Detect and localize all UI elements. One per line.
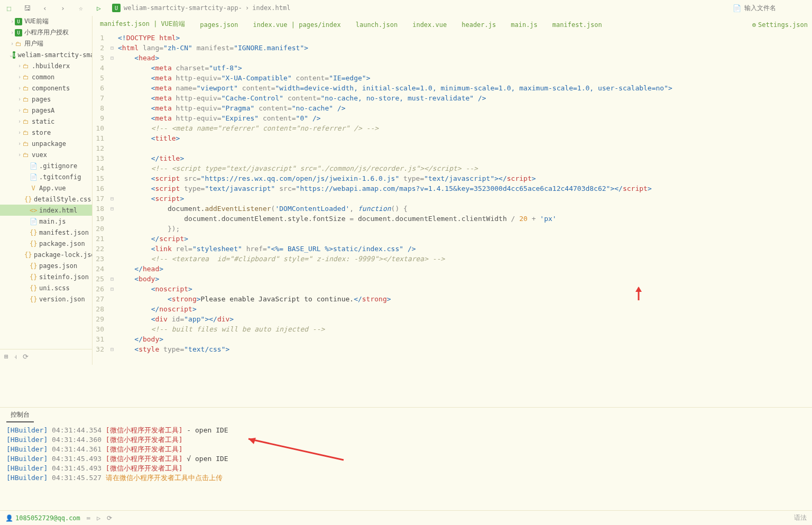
folder-item[interactable]: ›🗀pagesA (0, 105, 92, 116)
back-icon[interactable]: ‹ (40, 3, 50, 13)
editor-area: manifest.json | VUE前端pages.jsonindex.vue… (93, 16, 812, 365)
save-icon[interactable]: 🖫 (22, 3, 32, 13)
editor-tab[interactable]: pages.json (192, 18, 245, 33)
editor-tab[interactable]: launch.json (348, 18, 405, 33)
tool-icon-3[interactable]: ⟳ (23, 353, 29, 361)
project-root[interactable]: ⌄Uweliam-smartcity-smart... (0, 49, 92, 60)
file-item[interactable]: {}pages.json (0, 260, 92, 271)
folder-item[interactable]: ›🗀pages (0, 94, 92, 105)
log-line: [HBuilder] 04:31:45.527 请在微信小程序开发者工具中点击上… (6, 473, 806, 483)
console-panel: 控制台 [HBuilder] 04:31:44.354 [微信小程序开发者工具]… (0, 407, 812, 510)
breadcrumb: U weliam-smartcity-smartcity-app- › inde… (112, 4, 290, 12)
file-item[interactable]: {}package-lock.json (0, 249, 92, 260)
editor-tab[interactable]: index.vue (405, 18, 454, 33)
editor-tab[interactable]: manifest.json (545, 18, 610, 33)
breadcrumb-proj[interactable]: weliam-smartcity-smartcity-app- (124, 4, 242, 12)
editor-tab[interactable]: header.js (454, 18, 503, 33)
breadcrumb-file[interactable]: index.html (252, 4, 290, 12)
fold-gutter[interactable]: ⊟⊟⊟⊟⊟⊟⊟ (108, 33, 116, 365)
file-item[interactable]: {}uni.scss (0, 282, 92, 293)
editor-tab[interactable]: manifest.json | VUE前端 (93, 16, 192, 33)
file-item[interactable]: {}detailStyle.css (0, 194, 92, 205)
folder-item[interactable]: ›🗀.hbuilderx (0, 60, 92, 71)
toolbar: ⬚ 🖫 ‹ › ☆ ▷ U weliam-smartcity-smartcity… (0, 0, 812, 16)
file-item[interactable]: VApp.vue (0, 182, 92, 194)
import-icon[interactable]: ⬚ (4, 3, 14, 13)
user-account[interactable]: 👤 1085052729@qq.com (5, 514, 80, 522)
log-line: [HBuilder] 04:31:44.360 [微信小程序开发者工具] (6, 435, 806, 445)
search-input[interactable] (744, 4, 808, 12)
gear-icon: ⚙ (752, 21, 756, 29)
project-icon: U (112, 4, 121, 12)
code-editor[interactable]: 1234567891011121314151617181920212223242… (93, 33, 812, 365)
console-output[interactable]: [HBuilder] 04:31:44.354 [微信小程序开发者工具] - o… (0, 422, 812, 510)
syntax-label[interactable]: 语法 (794, 513, 807, 522)
log-line: [HBuilder] 04:31:44.361 [微信小程序开发者工具] (6, 445, 806, 454)
console-tab[interactable]: 控制台 (6, 408, 34, 422)
folder-item[interactable]: ›🗀vuex (0, 149, 92, 160)
editor-tab[interactable]: main.js (503, 18, 545, 33)
status-icon-3[interactable]: ⟳ (107, 514, 112, 522)
file-item[interactable]: {}version.json (0, 293, 92, 305)
file-explorer: ›UVUE前端›U小程序用户授权›🗀用户端 ⌄Uweliam-smartcity… (0, 16, 93, 365)
log-line: [HBuilder] 04:31:44.354 [微信小程序开发者工具] - o… (6, 426, 806, 435)
status-icon-1[interactable]: ≔ (87, 514, 90, 522)
user-icon: 👤 (5, 514, 13, 522)
editor-tab[interactable]: index.vue | pages/index (246, 18, 348, 33)
sidebar-toolbar: ⊞ ⫞ ⟳ (0, 349, 93, 364)
file-item[interactable]: 📄main.js (0, 216, 92, 227)
file-search[interactable]: 📄 (733, 4, 808, 12)
folder-item[interactable]: ›🗀unpackage (0, 138, 92, 149)
tool-icon-1[interactable]: ⊞ (4, 353, 8, 361)
code-body[interactable]: <!DOCTYPE html><html lang="zh-CN" manife… (116, 33, 812, 365)
line-gutter: 1234567891011121314151617181920212223242… (93, 33, 108, 365)
editor-tab[interactable]: ⚙ Settings.json (745, 18, 812, 33)
editor-tabs: manifest.json | VUE前端pages.jsonindex.vue… (93, 16, 812, 33)
star-icon[interactable]: ☆ (76, 3, 86, 13)
project-item[interactable]: ›U小程序用户授权 (0, 27, 92, 38)
forward-icon[interactable]: › (58, 3, 68, 13)
folder-item[interactable]: ›🗀common (0, 71, 92, 82)
project-item[interactable]: ›UVUE前端 (0, 16, 92, 27)
folder-item[interactable]: ›🗀store (0, 127, 92, 138)
file-item[interactable]: {}manifest.json (0, 227, 92, 238)
console-tabs: 控制台 (0, 408, 812, 422)
file-item[interactable]: <>index.html (0, 205, 92, 216)
file-item[interactable]: {}siteinfo.json (0, 271, 92, 282)
tool-icon-2[interactable]: ⫞ (14, 353, 17, 361)
file-item[interactable]: 📄.gitignore (0, 160, 92, 171)
log-line: [HBuilder] 04:31:45.493 [微信小程序开发者工具] (6, 464, 806, 473)
file-item[interactable]: {}package.json (0, 238, 92, 249)
status-icon-2[interactable]: ▷ (97, 514, 100, 522)
status-bar: 👤 1085052729@qq.com ≔ ▷ ⟳ 语法 (0, 510, 812, 525)
folder-item[interactable]: ›🗀components (0, 82, 92, 94)
file-item[interactable]: 📄.tgitconfig (0, 171, 92, 182)
breadcrumb-sep: › (245, 4, 249, 12)
play-icon[interactable]: ▷ (94, 3, 104, 13)
project-item[interactable]: ›🗀用户端 (0, 38, 92, 49)
log-line: [HBuilder] 04:31:45.493 [微信小程序开发者工具] √ o… (6, 454, 806, 464)
folder-item[interactable]: ›🗀static (0, 116, 92, 127)
new-file-icon[interactable]: 📄 (733, 4, 741, 12)
